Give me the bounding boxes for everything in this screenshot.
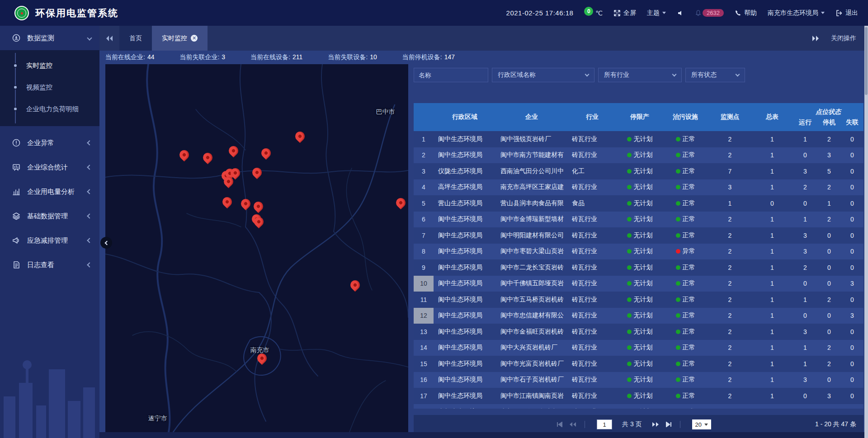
sidebar-item-logs[interactable]: 日志查看 xyxy=(0,253,99,277)
status-dot xyxy=(627,249,632,254)
cell-facility-status: 正常 xyxy=(662,292,708,308)
cell-lost-count: 0 xyxy=(841,340,863,356)
region-filter-select[interactable]: 行政区域名称 xyxy=(492,68,594,82)
status-dot xyxy=(627,345,632,350)
close-operations-button[interactable]: 关闭操作 xyxy=(831,34,856,42)
status-dot xyxy=(627,217,632,221)
cell-run-count: 0 xyxy=(793,388,817,404)
logout-icon xyxy=(835,9,843,17)
sidebar-item-power-load-detail[interactable]: 企业电力负荷明细 xyxy=(0,98,99,120)
double-chevron-right-icon[interactable] xyxy=(812,35,819,42)
status-dot xyxy=(676,362,680,366)
table-row[interactable]: 16 阆中生态环境局 阆中市石子页岩机砖厂 砖瓦行业 无计划 正常 2 1 3 … xyxy=(414,372,863,388)
theme-dropdown[interactable]: 主题 xyxy=(647,9,666,17)
page-number-input[interactable] xyxy=(597,419,612,429)
table-row[interactable]: 13 阆中生态环境局 阆中市金福旺页岩机砖 砖瓦行业 无计划 正常 2 1 3 … xyxy=(414,324,863,340)
sound-button[interactable] xyxy=(677,9,684,17)
table-row[interactable]: 17 阆中生态环境局 阆中市江南镇阆南页岩 砖瓦行业 无计划 正常 2 1 0 … xyxy=(414,388,863,404)
document-icon xyxy=(12,260,21,269)
col-lost: 失联 xyxy=(841,117,863,131)
table-row[interactable]: 5 营山生态环境局 营山县润丰肉食品有限 食品 无计划 正常 1 0 0 1 0 xyxy=(414,195,863,212)
page-size-select[interactable]: 20 xyxy=(692,419,711,429)
cell-region: 阆中生态环境局 xyxy=(434,131,496,147)
notification-count-badge: 2632 xyxy=(703,9,724,17)
table-row[interactable]: 15 阆中生态环境局 阆中市光富页岩机砖厂 砖瓦行业 无计划 正常 2 1 1 … xyxy=(414,356,863,372)
table-row[interactable]: 7 阆中生态环境局 阆中明阳建材有限公司 砖瓦行业 无计划 正常 2 1 3 0… xyxy=(414,227,863,244)
logout-button[interactable]: 退出 xyxy=(835,9,858,17)
cell-lost-count: 0 xyxy=(841,356,863,372)
tab-close-icon[interactable]: ✕ xyxy=(191,35,198,42)
cell-run-count: 0 xyxy=(793,147,817,164)
cell-monitor-count: 2 xyxy=(708,244,751,260)
sidebar-item-base-data[interactable]: 基础数据管理 xyxy=(0,204,99,228)
sidebar-item-video-monitor[interactable]: 视频监控 xyxy=(0,76,99,98)
sidebar-item-enterprise-abnormal[interactable]: 企业异常 xyxy=(0,131,99,155)
col-index xyxy=(414,103,434,131)
cell-facility-status: 正常 xyxy=(662,212,708,228)
prev-page-button[interactable] xyxy=(569,422,576,427)
table-row[interactable]: 12 阆中生态环境局 阆中市忠信建材有限公 砖瓦行业 无计划 正常 2 1 0 … xyxy=(414,308,863,324)
enterprise-panel: 行政区域名称 所有行业 所有状态 行政区域 企业 行业 停限产 xyxy=(414,68,863,82)
table-row[interactable]: 1 阆中生态环境局 阆中强锐页岩砖厂 砖瓦行业 无计划 正常 2 1 1 2 0 xyxy=(414,131,863,147)
fullscreen-button[interactable]: 全屏 xyxy=(613,9,636,17)
table-row[interactable]: 11 阆中生态环境局 阆中市五马桥页岩机砖 砖瓦行业 无计划 正常 2 1 1 … xyxy=(414,292,863,308)
cell-meter-count: 1 xyxy=(751,244,793,260)
table-row[interactable]: 2 阆中生态环境局 阆中市南方节能建材有 砖瓦行业 无计划 正常 2 1 0 3… xyxy=(414,147,863,164)
cell-lost-count: 3 xyxy=(841,308,863,324)
page-scrollbar[interactable] xyxy=(864,26,868,438)
status-dot xyxy=(676,217,680,221)
status-filter-select[interactable]: 所有状态 xyxy=(685,68,745,82)
sidebar-item-power-analysis[interactable]: 企业用电量分析 xyxy=(0,179,99,204)
status-dot xyxy=(627,137,632,141)
cell-enterprise: 阆中市江南镇阆南页岩 xyxy=(496,388,567,404)
notifications[interactable]: 2632 xyxy=(695,9,724,17)
status-dot xyxy=(676,281,680,286)
org-dropdown[interactable]: 南充市生态环境局 xyxy=(768,9,825,17)
cell-run-count: 1 xyxy=(793,356,817,372)
sidebar-item-label: 数据监测 xyxy=(27,34,81,42)
name-filter-input[interactable] xyxy=(414,68,488,82)
sidebar-item-data-monitor[interactable]: 数据监测 xyxy=(0,26,99,50)
help-button[interactable]: 帮助 xyxy=(735,9,757,17)
cell-stop-count: 0 xyxy=(817,227,841,244)
table-row[interactable]: 14 阆中生态环境局 阆中大兴页岩机砖厂 砖瓦行业 无计划 正常 2 1 1 2… xyxy=(414,340,863,356)
chevron-left-icon xyxy=(105,240,109,245)
status-dot xyxy=(676,330,680,334)
next-page-button[interactable] xyxy=(652,422,659,427)
tab-home[interactable]: 首页 xyxy=(119,26,152,51)
cell-monitor-count: 2 xyxy=(708,212,751,228)
first-page-button[interactable] xyxy=(557,422,563,427)
scrollbar-thumb[interactable] xyxy=(865,27,868,95)
row-number: 9 xyxy=(414,259,434,276)
status-dot xyxy=(676,137,680,141)
cell-monitor-count: 2 xyxy=(708,356,751,372)
sidebar-collapse-button[interactable] xyxy=(100,237,112,249)
map-panel[interactable]: 巴中市南充市遂宁市 xyxy=(105,64,408,432)
cell-stop-count: 0 xyxy=(817,372,841,388)
table-row[interactable]: 6 阆中生态环境局 阆中市金博瑞新型墙材 砖瓦行业 无计划 正常 2 1 1 2… xyxy=(414,212,863,228)
table-row[interactable]: 9 阆中生态环境局 阆中市二龙长宝页岩砖 砖瓦行业 无计划 正常 2 1 2 0… xyxy=(414,259,863,276)
table-row[interactable]: 4 高坪生态环境局 南充市高坪区王家店建 砖瓦行业 无计划 正常 3 1 2 2… xyxy=(414,179,863,196)
cell-limit-status: 无计划 xyxy=(617,292,662,308)
sidebar-item-realtime-monitor[interactable]: 实时监控 xyxy=(0,55,99,76)
cell-limit-status: 无计划 xyxy=(617,388,662,404)
cell-monitor-count: 2 xyxy=(708,340,751,356)
cell-enterprise: 阆中市枣碧大梁山页岩 xyxy=(496,244,567,260)
industry-filter-select[interactable]: 所有行业 xyxy=(598,68,682,82)
sidebar-item-enterprise-stats[interactable]: 企业综合统计 xyxy=(0,155,99,179)
tabs-scroll-left-button[interactable] xyxy=(99,26,119,51)
status-dot xyxy=(627,201,632,206)
sidebar-item-emergency-reduction[interactable]: 应急减排管理 xyxy=(0,228,99,253)
table-row[interactable]: 3 仪陇生态环境局 西南油气田分公司川中 化工 无计划 正常 7 1 3 5 0 xyxy=(414,163,863,179)
cell-enterprise: 阆中强锐页岩砖厂 xyxy=(496,131,567,147)
cell-industry: 砖瓦行业 xyxy=(567,276,617,292)
last-page-button[interactable] xyxy=(665,422,672,427)
cell-facility-status: 正常 xyxy=(662,179,708,196)
cell-lost-count: 0 xyxy=(841,372,863,388)
cell-lost-count: 0 xyxy=(841,259,863,276)
table-row[interactable]: 10 阆中生态环境局 阆中千佛镇五郎垭页岩 砖瓦行业 无计划 正常 2 1 0 … xyxy=(414,276,863,292)
tab-realtime-monitor[interactable]: 实时监控 ✕ xyxy=(152,26,208,51)
cell-facility-status: 正常 xyxy=(662,259,708,276)
table-row[interactable]: 8 阆中生态环境局 阆中市枣碧大梁山页岩 砖瓦行业 无计划 异常 2 1 3 0… xyxy=(414,244,863,260)
table-row[interactable]: 18 南部生态环境局 南部县双峰页岩砖有限 砖瓦行业 无计划 正常 2 1 0 … xyxy=(414,404,863,409)
